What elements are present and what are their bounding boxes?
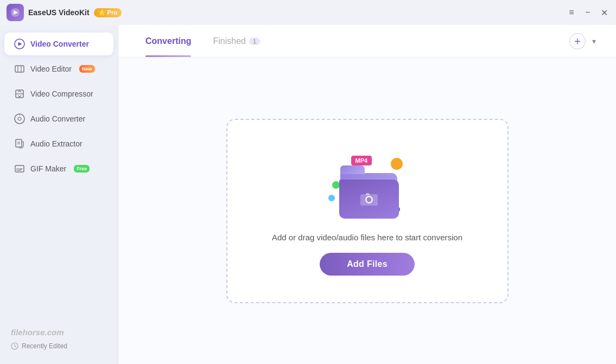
close-button[interactable]: ✕ — [599, 7, 609, 18]
sidebar-item-video-editor[interactable]: Video Editor New — [4, 58, 113, 80]
sidebar-label-video-compressor: Video Compressor — [30, 90, 93, 98]
video-editor-icon — [14, 63, 25, 74]
drop-illustration: MP4 — [324, 146, 411, 222]
video-compressor-icon — [14, 88, 25, 99]
gif-maker-icon: GIF — [14, 163, 25, 174]
sidebar-item-audio-extractor[interactable]: Audio Extractor — [4, 132, 113, 155]
sidebar-item-audio-converter[interactable]: Audio Converter — [4, 107, 113, 130]
green-dot — [332, 181, 340, 189]
main-layout: Video Converter Video Editor New — [0, 25, 616, 364]
tab-bar: Converting Finished 1 ＋ ▾ — [118, 25, 616, 58]
tab-underline — [145, 55, 191, 57]
camera-icon — [359, 191, 379, 207]
finished-badge: 1 — [249, 37, 260, 45]
app-logo — [7, 4, 24, 21]
dropdown-button[interactable]: ▾ — [588, 35, 600, 47]
hamburger-button[interactable]: ≡ — [566, 7, 577, 18]
drop-zone-wrapper: MP4 Add or drag video/aud — [118, 58, 616, 364]
svg-rect-21 — [366, 193, 370, 195]
tab-finished[interactable]: Finished 1 — [202, 25, 271, 57]
new-badge: New — [79, 65, 95, 73]
orange-dot — [391, 158, 403, 170]
free-badge: Free — [74, 165, 90, 173]
sidebar-label-audio-extractor: Audio Extractor — [30, 139, 82, 148]
teal-dot — [328, 195, 335, 201]
tab-converting-label: Converting — [145, 36, 191, 46]
folder-front — [339, 180, 399, 219]
title-bar-left: EaseUS VideoKit ⭐ Pro — [7, 4, 566, 21]
recently-edited-label: Recently Edited — [22, 342, 67, 350]
pro-badge: ⭐ Pro — [94, 8, 122, 17]
video-converter-icon — [14, 39, 25, 49]
mp4-label: MP4 — [351, 156, 372, 165]
sidebar-label-video-converter: Video Converter — [30, 40, 89, 48]
content-area: Converting Finished 1 ＋ ▾ — [118, 25, 616, 364]
sidebar-item-video-compressor[interactable]: Video Compressor — [4, 82, 113, 105]
sidebar-label-gif-maker: GIF Maker — [30, 164, 66, 173]
add-action-button[interactable]: ＋ — [569, 33, 586, 49]
filehorse-watermark: filehorse.com — [7, 325, 111, 339]
svg-marker-3 — [18, 42, 22, 46]
tab-actions: ＋ ▾ — [569, 33, 600, 49]
audio-extractor-icon — [14, 138, 25, 149]
tab-finished-label: Finished — [213, 36, 245, 46]
sidebar: Video Converter Video Editor New — [0, 25, 118, 364]
title-bar: EaseUS VideoKit ⭐ Pro ≡ − ✕ — [0, 0, 616, 25]
audio-converter-icon — [14, 113, 25, 124]
svg-rect-4 — [15, 66, 24, 72]
tab-converting[interactable]: Converting — [135, 25, 202, 57]
sidebar-label-audio-converter: Audio Converter — [30, 114, 85, 123]
sidebar-label-video-editor: Video Editor — [30, 65, 72, 73]
svg-point-10 — [18, 117, 21, 120]
sidebar-bottom: filehorse.com Recently Edited — [0, 321, 118, 357]
recently-edited: Recently Edited — [7, 339, 111, 353]
minimize-button[interactable]: − — [582, 7, 593, 18]
svg-point-20 — [366, 197, 371, 202]
sidebar-item-gif-maker[interactable]: GIF GIF Maker Free — [4, 157, 113, 180]
svg-rect-12 — [16, 139, 22, 147]
add-files-button[interactable]: Add Files — [320, 253, 415, 276]
drop-zone-text: Add or drag video/audio files here to st… — [272, 233, 462, 242]
svg-text:GIF: GIF — [16, 168, 23, 171]
sidebar-item-video-converter[interactable]: Video Converter — [4, 33, 113, 55]
app-title: EaseUS VideoKit — [28, 8, 90, 17]
title-bar-controls: ≡ − ✕ — [566, 7, 609, 18]
drop-zone[interactable]: MP4 Add or drag video/aud — [226, 119, 509, 303]
